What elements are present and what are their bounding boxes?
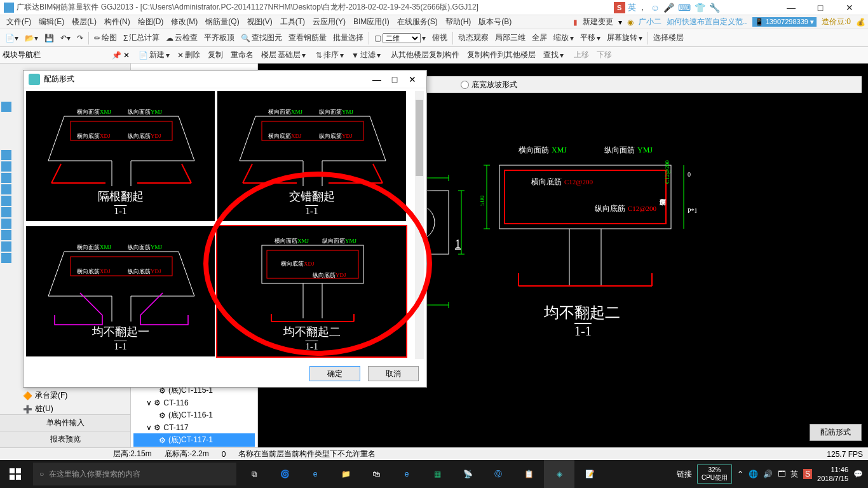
copy-to-button[interactable]: 复制构件到其他楼层: [465, 48, 538, 62]
word-icon[interactable]: ▦: [422, 460, 452, 488]
menu-online[interactable]: 在线服务(S): [393, 17, 442, 27]
menu-view[interactable]: 视图(V): [243, 17, 276, 27]
cancel-button[interactable]: 取消: [368, 366, 419, 381]
up-button[interactable]: 上移: [571, 48, 592, 62]
rebar-form-button[interactable]: 配筋形式: [810, 424, 862, 441]
app-icon[interactable]: 📡: [452, 460, 483, 488]
flat-button[interactable]: 平齐板顶: [201, 31, 237, 44]
tree-cap-beam[interactable]: 🔶 承台梁(F): [23, 389, 68, 402]
explorer-icon[interactable]: 📁: [330, 460, 361, 488]
undo-button[interactable]: ↶▾: [58, 32, 73, 44]
rebar-option-2[interactable]: 横向面筋XMJ 纵向面筋YMJ 横向底筋XDJ 纵向底筋YDJ 交错翻起1-1: [217, 91, 406, 221]
phone-badge[interactable]: 📱 13907298339 ▾: [752, 17, 817, 27]
find-button[interactable]: 查找 ▾: [541, 48, 566, 62]
ime-indicator[interactable]: S 英 ， ☺🎤⌨👕🔧: [614, 1, 722, 14]
tray-battery-icon[interactable]: 🗔: [778, 470, 785, 478]
tray-notifications-icon[interactable]: 💬: [853, 470, 863, 478]
tray-sogou-icon[interactable]: S: [803, 469, 812, 479]
tree-item[interactable]: ∨ ⚙ CT-116: [133, 397, 255, 409]
minimize-button[interactable]: —: [776, 3, 806, 13]
tray-link[interactable]: 链接: [677, 469, 692, 480]
rename-button[interactable]: 重命名: [228, 48, 256, 62]
pin-icon[interactable]: 📌 ✕: [112, 51, 130, 60]
sort-button[interactable]: ⇅ 排序 ▾: [313, 48, 346, 62]
qq-icon[interactable]: Ⓠ: [483, 460, 513, 488]
dialog-close[interactable]: ✕: [403, 74, 421, 85]
search-box[interactable]: ○ 在这里输入你要搜索的内容: [33, 463, 236, 485]
task-view-icon[interactable]: ⧉: [239, 460, 269, 488]
part3d-button[interactable]: 局部三维: [492, 31, 528, 44]
overlook-button[interactable]: 俯视: [430, 31, 450, 44]
redo-button[interactable]: ↷: [74, 32, 86, 44]
cpu-meter[interactable]: 32%CPU使用: [697, 464, 732, 484]
new-change-button[interactable]: 新建变更: [583, 17, 613, 27]
copy-from-button[interactable]: 从其他楼层复制构件: [388, 48, 462, 62]
menu-version[interactable]: 版本号(B): [475, 17, 515, 27]
menu-edit[interactable]: 编辑(E): [35, 17, 68, 27]
menu-tool[interactable]: 工具(T): [276, 17, 309, 27]
fullscreen-button[interactable]: 全屏: [529, 31, 550, 44]
new-file-button[interactable]: 📄▾: [3, 32, 21, 44]
filter-button[interactable]: ▼ 过滤 ▾: [349, 48, 383, 62]
menu-file[interactable]: 文件(F): [3, 17, 35, 27]
save-button[interactable]: 💾: [42, 32, 57, 44]
find-img-button[interactable]: 🔍 查找图元: [238, 31, 285, 44]
menu-bim[interactable]: BIM应用(I): [349, 17, 393, 27]
edge-icon[interactable]: e: [300, 460, 330, 488]
ok-button[interactable]: 确定: [309, 366, 360, 381]
tray-clock[interactable]: 11:462018/7/15: [817, 465, 848, 483]
menu-modify[interactable]: 修改(M): [167, 17, 201, 27]
side-tabs[interactable]: [1, 102, 11, 264]
batch-select-button[interactable]: 批量选择: [330, 31, 366, 44]
tree-item[interactable]: ⚙ (底)CT-116-1: [133, 409, 255, 422]
delete-button[interactable]: ✕ 删除: [175, 48, 203, 62]
zoom-button[interactable]: 缩放 ▾: [551, 31, 576, 44]
app-active-icon[interactable]: ◈: [544, 460, 574, 488]
view-2d[interactable]: ▢ 二维 ▾: [372, 32, 428, 44]
view-steel-button[interactable]: 查看钢筋量: [286, 31, 329, 44]
select-floor-button[interactable]: 选择楼层: [651, 31, 686, 44]
tray-network-icon[interactable]: 🌐: [749, 470, 758, 478]
user-name[interactable]: 广小二: [639, 17, 661, 27]
menu-floor[interactable]: 楼层(L): [68, 17, 100, 27]
rebar-option-3[interactable]: 横向面筋XMJ 纵向面筋YMJ 横向底筋XDJ 纵向底筋YDJ 均不翻起一1-1: [26, 226, 215, 356]
tab-single-input[interactable]: 单构件输入: [0, 414, 130, 431]
floor-dropdown[interactable]: 楼层 基础层 ▾: [259, 48, 308, 62]
rebar-option-4-selected[interactable]: 横向面筋XMJ 纵向面筋YMJ 横向底筋XDJ 纵向底筋YDJ 均不翻起二1-1: [217, 226, 406, 356]
dialog-titlebar[interactable]: 配筋形式 — □ ✕: [24, 71, 426, 88]
tray-volume-icon[interactable]: 🔊: [763, 470, 773, 478]
dialog-maximize[interactable]: □: [386, 74, 403, 85]
open-button[interactable]: 📂▾: [22, 32, 41, 44]
menu-cloud[interactable]: 云应用(Y): [309, 17, 349, 27]
draw-button[interactable]: ✏ 绘图: [92, 31, 119, 44]
app-icon[interactable]: 📋: [513, 460, 544, 488]
store-icon[interactable]: 🛍: [361, 460, 391, 488]
app-icon[interactable]: 📝: [574, 460, 605, 488]
close-button[interactable]: ✕: [835, 3, 864, 13]
menu-steel[interactable]: 钢筋量(Q): [201, 17, 243, 27]
ie-icon[interactable]: e: [391, 460, 422, 488]
rebar-option-1[interactable]: 横向面筋XMJ 纵向面筋YMJ 横向底筋XDJ 纵向底筋YDJ 隔根翻起1-1: [26, 91, 215, 221]
tree-pile[interactable]: ➕ 桩(U): [23, 402, 68, 416]
dialog-scrollbar[interactable]: [415, 91, 424, 359]
copy-button[interactable]: 复制: [205, 48, 226, 62]
down-button[interactable]: 下移: [594, 48, 614, 62]
start-button[interactable]: [0, 460, 31, 488]
cloud-check-button[interactable]: ☁ 云检查: [163, 31, 200, 44]
menu-component[interactable]: 构件(N): [100, 17, 134, 27]
sum-button[interactable]: Σ 汇总计算: [121, 31, 162, 44]
menu-help[interactable]: 帮助(H): [442, 17, 475, 27]
menu-draw[interactable]: 绘图(D): [134, 17, 168, 27]
maximize-button[interactable]: □: [806, 3, 835, 13]
help-link[interactable]: 如何快速布置自定义范..: [667, 17, 747, 27]
rotate-button[interactable]: 屏幕旋转 ▾: [604, 31, 645, 44]
tree-item-selected[interactable]: ⚙ (底)CT-117-1: [133, 433, 255, 447]
tab-report-preview[interactable]: 报表预览: [0, 431, 130, 447]
dialog-minimize[interactable]: —: [368, 74, 386, 85]
dynamic-button[interactable]: 动态观察: [456, 31, 491, 44]
tray-chevron-icon[interactable]: ⌃: [737, 470, 743, 478]
pan-button[interactable]: 平移 ▾: [578, 31, 603, 44]
app-icon[interactable]: 🌀: [269, 460, 300, 488]
tray-ime[interactable]: 英: [790, 469, 798, 480]
radio-width[interactable]: 底宽放坡形式: [461, 79, 517, 90]
